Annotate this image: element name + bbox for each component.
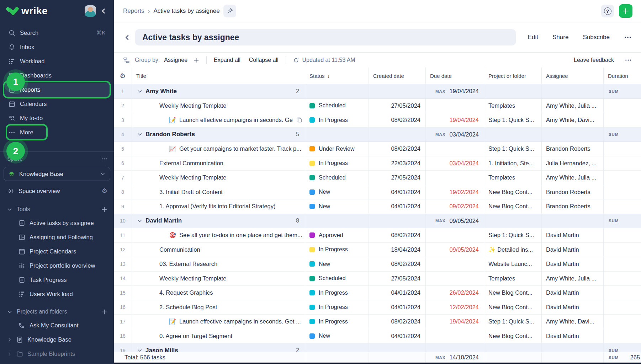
- add-grouping-icon[interactable]: [193, 57, 199, 63]
- task-duration-cell[interactable]: [604, 272, 641, 286]
- task-title-cell[interactable]: Weekly Meeting Template: [132, 171, 305, 185]
- task-title-cell[interactable]: 03. External Research: [132, 257, 305, 271]
- task-project-cell[interactable]: New Blog Cont...: [484, 329, 542, 343]
- task-status-cell[interactable]: Scheduled: [305, 99, 369, 113]
- breadcrumb-reports-link[interactable]: Reports: [123, 7, 144, 15]
- task-status-cell[interactable]: In Progress: [305, 286, 369, 300]
- task-due-cell[interactable]: 09/02/2024: [426, 199, 484, 214]
- task-status-cell[interactable]: New: [305, 329, 369, 343]
- task-project-cell[interactable]: Templates: [484, 272, 542, 286]
- task-due-cell[interactable]: [426, 257, 484, 271]
- task-duration-cell[interactable]: [604, 142, 641, 156]
- pin-button[interactable]: [223, 5, 236, 17]
- task-row[interactable]: 162. Schedule Blog PostIn Progress04/01/…: [114, 300, 641, 315]
- wrike-logo[interactable]: wrike: [6, 5, 48, 17]
- sidebar-item-search[interactable]: Search⌘K: [4, 26, 110, 40]
- task-title-cell[interactable]: 4. Request Graphics: [132, 286, 305, 300]
- sidebar-tool-item[interactable]: Users Work load: [0, 287, 114, 301]
- column-header-due-date[interactable]: Due date: [426, 68, 484, 84]
- task-project-cell[interactable]: 1. Initiation, Ste...: [484, 156, 542, 171]
- task-due-cell[interactable]: 12/02/2024: [426, 300, 484, 315]
- task-created-cell[interactable]: 08/02/2024: [369, 257, 426, 271]
- group-row[interactable]: 10David Martin8MAX09/05/2024SUM: [114, 214, 641, 229]
- task-project-cell[interactable]: New Blog Cont...: [484, 199, 542, 214]
- add-tool-icon[interactable]: [101, 207, 107, 213]
- task-project-cell[interactable]: New Blog Cont...: [484, 300, 542, 315]
- projects-section-header[interactable]: Projects and folders: [0, 305, 114, 318]
- task-assignee-cell[interactable]: Brandon Roberts: [542, 199, 604, 214]
- task-assignee-cell[interactable]: Julia Hernandez, ...: [542, 156, 604, 171]
- sidebar-item-dashboards[interactable]: Dashboards: [4, 68, 110, 82]
- task-row[interactable]: 17📝Launch effective campaigns in seconds…: [114, 315, 641, 329]
- task-title-cell[interactable]: 2. Schedule Blog Post: [132, 300, 305, 315]
- collapse-all-button[interactable]: Collapse all: [249, 57, 279, 63]
- sidebar-item-calendars[interactable]: Calendars: [4, 97, 110, 111]
- add-project-icon[interactable]: [101, 309, 107, 315]
- task-row[interactable]: 2Weekly Meeting TemplateScheduled27/05/2…: [114, 99, 641, 113]
- column-header-project[interactable]: Project or folder: [484, 68, 542, 84]
- task-title-cell[interactable]: 📝Launch effective campaigns in seconds. …: [132, 113, 305, 127]
- toolbar-more-icon[interactable]: [625, 57, 632, 64]
- tools-section-header[interactable]: Tools: [0, 203, 114, 216]
- share-button[interactable]: Share: [552, 34, 568, 41]
- sidebar-tool-item[interactable]: Project Calendars: [0, 244, 114, 258]
- edit-button[interactable]: Edit: [528, 34, 538, 41]
- task-project-cell[interactable]: ✨ Detailed ins...: [484, 243, 542, 257]
- task-row[interactable]: 6External CommunicationIn Progress22/03/…: [114, 156, 641, 171]
- task-row[interactable]: 3📝Launch effective campaigns in seconds.…: [114, 113, 641, 128]
- task-duration-cell[interactable]: [604, 185, 641, 199]
- task-created-cell[interactable]: 27/05/2024: [369, 171, 426, 185]
- sidebar-tool-item[interactable]: Project portfolio overview: [0, 258, 114, 273]
- task-title-cell[interactable]: 0. Agree on Target Segment: [132, 329, 305, 343]
- task-assignee-cell[interactable]: David Martin: [542, 329, 604, 343]
- group-row[interactable]: 19Jason Mills2SUM: [114, 343, 641, 352]
- group-title-cell[interactable]: David Martin8: [132, 214, 305, 228]
- chevR-icon[interactable]: [7, 337, 12, 342]
- task-assignee-cell[interactable]: David Martin: [542, 300, 604, 315]
- task-duration-cell[interactable]: [604, 156, 641, 171]
- task-due-cell[interactable]: [426, 228, 484, 242]
- report-title-input[interactable]: Active tasks by assignee: [135, 29, 516, 46]
- task-project-cell[interactable]: Website Launc...: [484, 257, 542, 271]
- task-row[interactable]: 5📈Get your campaigns to market faster. T…: [114, 142, 641, 156]
- sidebar-item-inbox[interactable]: Inbox: [4, 40, 110, 54]
- task-assignee-cell[interactable]: Amy White, Davi...: [542, 113, 604, 127]
- task-title-cell[interactable]: External Communication: [132, 156, 305, 171]
- task-created-cell[interactable]: 08/02/2024: [369, 228, 426, 242]
- chevD-icon[interactable]: [137, 89, 143, 94]
- more-actions-icon[interactable]: [624, 33, 632, 41]
- create-new-button[interactable]: [619, 4, 632, 18]
- task-created-cell[interactable]: 27/05/2024: [369, 272, 426, 286]
- task-duration-cell[interactable]: [604, 315, 641, 329]
- task-created-cell[interactable]: 04/01/2024: [369, 286, 426, 300]
- task-title-cell[interactable]: 3. Initial Draft of Content: [132, 185, 305, 199]
- task-row[interactable]: 12CommunicationIn Progress18/04/202409/0…: [114, 243, 641, 257]
- column-header-duration[interactable]: Duration: [604, 68, 641, 84]
- task-status-cell[interactable]: In Progress: [305, 113, 369, 127]
- task-due-cell[interactable]: 03/04/2024: [426, 156, 484, 171]
- group-row[interactable]: 4Brandon Roberts5MAX03/04/2024SUM: [114, 128, 641, 142]
- task-created-cell[interactable]: 27/05/2024: [369, 99, 426, 113]
- task-duration-cell[interactable]: [604, 171, 641, 185]
- task-duration-cell[interactable]: [604, 99, 641, 113]
- task-created-cell[interactable]: 04/01/2024: [369, 199, 426, 214]
- task-status-cell[interactable]: Approved: [305, 228, 369, 242]
- task-row[interactable]: 91. Approval (Verify fits into Editorial…: [114, 199, 641, 214]
- task-status-cell[interactable]: Scheduled: [305, 171, 369, 185]
- task-status-cell[interactable]: New: [305, 185, 369, 199]
- sidebar-project-item[interactable]: Knowledge Base: [0, 332, 114, 347]
- task-due-cell[interactable]: [426, 142, 484, 156]
- column-header-created-date[interactable]: Created date: [369, 68, 426, 84]
- task-assignee-cell[interactable]: David Martin: [542, 243, 604, 257]
- task-assignee-cell[interactable]: David Martin: [542, 257, 604, 271]
- sidebar-item-more[interactable]: More: [4, 125, 110, 139]
- task-assignee-cell[interactable]: David Martin: [542, 286, 604, 300]
- chevD-icon[interactable]: [137, 348, 143, 352]
- leave-feedback-button[interactable]: Leave feedback: [574, 57, 614, 63]
- help-button[interactable]: ?: [601, 5, 614, 17]
- task-status-cell[interactable]: In Progress: [305, 156, 369, 171]
- task-project-cell[interactable]: New Blog Cont...: [484, 185, 542, 199]
- task-status-cell[interactable]: In Progress: [305, 243, 369, 257]
- expand-all-button[interactable]: Expand all: [214, 57, 240, 63]
- back-button[interactable]: [121, 31, 133, 43]
